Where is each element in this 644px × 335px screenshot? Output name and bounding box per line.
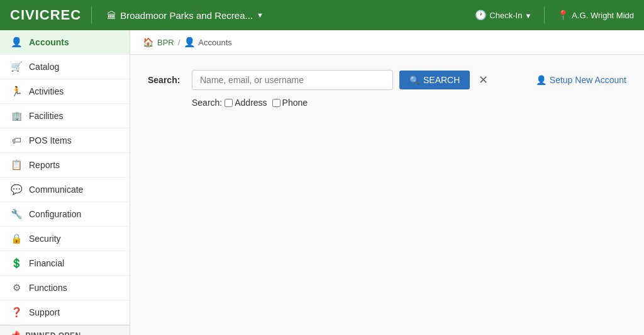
sidebar-item-reports[interactable]: Reports bbox=[0, 153, 130, 178]
sidebar-item-label: Configuration bbox=[29, 209, 81, 219]
search-button-label: SEARCH bbox=[423, 75, 460, 85]
security-icon bbox=[10, 233, 23, 244]
sidebar-item-facilities[interactable]: Facilities bbox=[0, 104, 130, 128]
pinned-open-button[interactable]: PINNED OPEN bbox=[0, 326, 130, 335]
pos-items-icon bbox=[10, 135, 23, 146]
sidebar-item-catalog[interactable]: Catalog bbox=[0, 55, 130, 79]
breadcrumb: BPR / Accounts bbox=[130, 30, 644, 55]
sidebar-item-label: Facilities bbox=[29, 111, 63, 121]
address-filter-label[interactable]: Address bbox=[225, 98, 267, 108]
sidebar-item-support[interactable]: Support bbox=[0, 300, 130, 325]
sidebar-item-label: Activities bbox=[29, 86, 64, 96]
sidebar-item-label: Reports bbox=[29, 160, 60, 170]
address-checkbox[interactable] bbox=[225, 99, 233, 107]
sidebar-item-label: POS Items bbox=[29, 135, 72, 145]
sidebar-item-security[interactable]: Security bbox=[0, 227, 130, 251]
search-row: Search: SEARCH ✕ Setup New Account bbox=[148, 70, 626, 90]
checkin-icon bbox=[475, 9, 487, 21]
setup-new-account-link[interactable]: Setup New Account bbox=[536, 75, 626, 85]
checkin-button[interactable]: Check-In bbox=[475, 9, 531, 21]
address-label: Address bbox=[235, 98, 267, 108]
reports-icon bbox=[10, 159, 23, 171]
phone-filter-label[interactable]: Phone bbox=[272, 98, 308, 108]
checkin-label: Check-In bbox=[489, 11, 522, 20]
search-input[interactable] bbox=[192, 70, 393, 90]
support-icon bbox=[10, 307, 23, 318]
breadcrumb-home-link[interactable]: BPR bbox=[157, 38, 174, 47]
sidebar-item-label: Communicate bbox=[29, 185, 83, 195]
org-chevron-icon bbox=[257, 11, 264, 20]
setup-account-label: Setup New Account bbox=[550, 75, 626, 85]
pinned-open-label: PINNED OPEN bbox=[26, 331, 81, 336]
accounts-content: Search: SEARCH ✕ Setup New Account Searc… bbox=[130, 55, 644, 123]
phone-label: Phone bbox=[282, 98, 308, 108]
phone-checkbox[interactable] bbox=[272, 99, 280, 107]
search-button[interactable]: SEARCH bbox=[399, 71, 470, 89]
sidebar-item-label: Catalog bbox=[29, 62, 59, 72]
filter-row: Search: Address Phone bbox=[148, 98, 626, 108]
sidebar-item-functions[interactable]: Functions bbox=[0, 276, 130, 300]
location-selector[interactable]: A.G. Wright Midd bbox=[557, 9, 634, 21]
setup-account-icon bbox=[536, 75, 547, 85]
catalog-icon bbox=[10, 61, 23, 72]
layout: Accounts Catalog Activities Facilities P… bbox=[0, 30, 644, 335]
sidebar-item-accounts[interactable]: Accounts bbox=[0, 30, 130, 55]
org-name: Broadmoor Parks and Recrea... bbox=[120, 10, 253, 21]
pin-icon bbox=[10, 331, 21, 335]
sidebar-item-label: Accounts bbox=[29, 37, 69, 47]
clear-search-button[interactable]: ✕ bbox=[476, 73, 491, 87]
filter-label: Search: bbox=[192, 98, 222, 108]
search-button-icon bbox=[409, 75, 419, 85]
nav-right: Check-In A.G. Wright Midd bbox=[475, 6, 634, 24]
accounts-icon bbox=[10, 37, 23, 48]
checkin-chevron-icon bbox=[525, 11, 531, 20]
financial-icon bbox=[10, 258, 23, 269]
sidebar-item-activities[interactable]: Activities bbox=[0, 79, 130, 104]
sidebar-item-pos-items[interactable]: POS Items bbox=[0, 128, 130, 153]
configuration-icon bbox=[10, 208, 23, 220]
main-content: BPR / Accounts Search: SEARCH ✕ Setup Ne… bbox=[130, 30, 644, 335]
nav-divider bbox=[91, 6, 92, 24]
nav-divider-2 bbox=[544, 6, 545, 24]
sidebar-item-label: Financial bbox=[29, 258, 64, 268]
location-label: A.G. Wright Midd bbox=[572, 11, 634, 20]
sidebar-item-label: Functions bbox=[29, 283, 67, 293]
activities-icon bbox=[10, 86, 23, 97]
breadcrumb-accounts-icon bbox=[184, 37, 196, 48]
sidebar-footer: PINNED OPEN DOCK MENU bbox=[0, 325, 130, 335]
home-icon bbox=[143, 37, 153, 47]
sidebar-item-label: Support bbox=[29, 307, 60, 317]
sidebar-item-communicate[interactable]: Communicate bbox=[0, 178, 130, 202]
communicate-icon bbox=[10, 184, 23, 195]
org-icon bbox=[107, 10, 116, 21]
breadcrumb-current: Accounts bbox=[184, 37, 231, 48]
top-nav: CIVICREC Broadmoor Parks and Recrea... C… bbox=[0, 0, 644, 30]
breadcrumb-current-label: Accounts bbox=[198, 38, 231, 47]
breadcrumb-separator: / bbox=[178, 38, 180, 47]
facilities-icon bbox=[10, 110, 23, 122]
sidebar-item-label: Security bbox=[29, 234, 61, 244]
app-logo[interactable]: CIVICREC bbox=[10, 7, 81, 23]
search-label: Search: bbox=[148, 75, 186, 85]
sidebar: Accounts Catalog Activities Facilities P… bbox=[0, 30, 130, 335]
sidebar-item-configuration[interactable]: Configuration bbox=[0, 202, 130, 227]
sidebar-item-financial[interactable]: Financial bbox=[0, 251, 130, 276]
functions-icon bbox=[10, 282, 23, 293]
org-selector[interactable]: Broadmoor Parks and Recrea... bbox=[107, 10, 264, 21]
location-icon bbox=[557, 9, 569, 21]
